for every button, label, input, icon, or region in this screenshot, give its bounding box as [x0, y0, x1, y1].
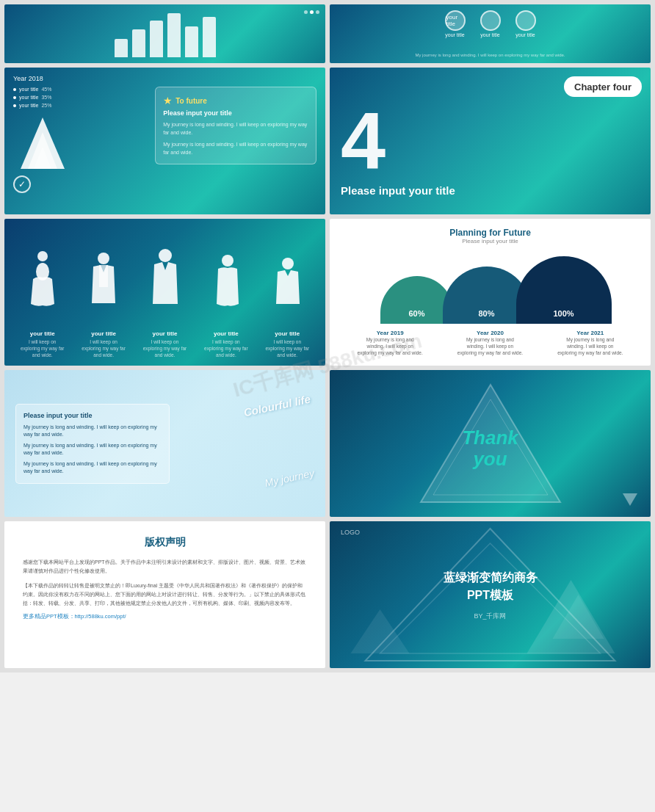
pyramid-pct-2: 35% [41, 95, 51, 100]
people-col-3: your title I will keep on exploring my w… [141, 330, 189, 358]
circle-1-title: your title [445, 32, 464, 37]
pyramid-label-3: your title [19, 103, 38, 108]
year-3: Year 2021 [557, 330, 623, 336]
year-1-desc: My journey is long and winding. I will k… [357, 336, 423, 356]
future-text-2: My journey is long and winding. I will k… [163, 141, 308, 156]
slide-planning: Planning for Future Please input your ti… [330, 219, 651, 366]
colourful-text-box: Please input your title My journey is lo… [15, 404, 170, 484]
slide-bar-chart [4, 4, 325, 63]
person-4 [214, 254, 241, 307]
svg-point-7 [222, 255, 234, 267]
year-col-2: Year 2020 My journey is long and winding… [457, 330, 523, 356]
slide-grid: your title your title your title your ti… [0, 0, 655, 673]
person-2 [90, 252, 117, 307]
nav-dot [316, 10, 319, 14]
people-desc-1: I will keep on exploring my way far and … [18, 338, 66, 358]
people-col-4: your title I will keep on exploring my w… [202, 330, 250, 358]
pyramid-label-1: your title [19, 87, 38, 92]
slide-pyramid: Year 2018 your title 45% your title 35% [4, 68, 325, 214]
copyright-para-2: 【本下载作品的转转让转售是被明文禁止的！即Luxury-final 主题受《中华… [23, 581, 307, 608]
people-title-5: your title [264, 330, 311, 337]
people-row [12, 226, 318, 307]
slide-three-circles: your title your title your title your ti… [330, 4, 651, 63]
person-3-svg [151, 248, 179, 307]
people-title-3: your title [141, 330, 189, 337]
circle-2 [480, 10, 501, 31]
svg-point-6 [159, 249, 172, 262]
people-title-1: your title [18, 330, 66, 337]
people-desc-4: I will keep on exploring my way far and … [202, 338, 250, 358]
circle-1-label: your title [446, 14, 464, 27]
colourful-label-1: Colourful life [242, 393, 311, 419]
semicircle-3: 100% [516, 256, 612, 324]
people-desc-3: I will keep on exploring my way far and … [141, 338, 189, 358]
nav-dot-active [310, 10, 314, 14]
semicircles-container: 60% 80% 100% [373, 250, 608, 324]
cover-by: BY_千库网 [474, 612, 506, 621]
people-title-4: your title [202, 330, 250, 337]
diagonal-labels: Colourful life My journey [177, 381, 315, 506]
people-desc-5: I will keep on exploring my way far and … [264, 338, 311, 358]
slide2-desc: My journey is long and winding. I will k… [336, 53, 645, 57]
person-2-svg [90, 252, 117, 307]
planning-title: Planning for Future [340, 228, 640, 238]
thank-you-text: Thank you [462, 427, 518, 471]
circle-3 [515, 10, 536, 31]
year-1: Year 2019 [357, 330, 423, 336]
svg-marker-15 [351, 609, 410, 653]
pyramid-pct-1: 45% [41, 87, 51, 92]
colourful-label-2: My journey [264, 467, 315, 489]
year-col-1: Year 2019 My journey is long and winding… [357, 330, 423, 356]
thank-text: Thank [462, 427, 518, 449]
semi-pct-3: 100% [553, 309, 573, 318]
nav-dot [304, 10, 308, 14]
slide-colourful: Please input your title My journey is lo… [4, 370, 325, 517]
person-4-svg [214, 254, 241, 307]
year-3-desc: My journey is long and winding. I will k… [557, 336, 623, 356]
svg-point-4 [98, 253, 109, 264]
pyramid-svg [13, 114, 72, 173]
colourful-text-3: My journey is long and winding. I will k… [23, 460, 162, 476]
slide-people: your title I will keep on exploring my w… [4, 219, 325, 366]
bar-3 [150, 21, 163, 57]
colourful-box-title: Please input your title [23, 412, 162, 419]
year-col-3: Year 2021 My journey is long and winding… [557, 330, 623, 356]
future-header: ★ To future [163, 95, 308, 106]
chapter-badge-text: Chapter four [574, 81, 632, 93]
bar-chart [115, 10, 216, 57]
people-desc-2: I will keep on exploring my way far and … [80, 338, 128, 358]
you-text: you [462, 448, 518, 471]
circle-2-title: your title [480, 32, 499, 37]
copyright-para-1: 感谢您下载本网站平台上发现的PPT作品。关于作品中未注明引来设计的素材和文字、排… [23, 558, 307, 576]
small-triangle-deco [623, 493, 637, 506]
future-subtitle: Please input your title [163, 109, 308, 117]
pyramid-pct-3: 25% [41, 103, 51, 108]
pyramid-row-2: your title 35% [13, 95, 148, 100]
colourful-text-2: My journey is long and winding. I will k… [23, 442, 162, 457]
year-label: Year 2018 [13, 75, 316, 82]
copyright-link: 更多精品PPT模板：http://588ku.com/ppt/ [23, 613, 307, 620]
svg-point-8 [282, 258, 294, 269]
slide-cover: LOGO 蓝绿渐变简约商务 PPT模板 BY_千库网 [330, 521, 651, 668]
info-box: ★ To future Please input your title My j… [155, 87, 316, 164]
cover-title-line2: PPT模板 [444, 587, 538, 604]
person-3 [151, 248, 179, 307]
copyright-content: 版权声明 感谢您下载本网站平台上发现的PPT作品。关于作品中未注明引来设计的素材… [4, 521, 325, 668]
year-2-desc: My journey is long and winding. I will k… [457, 336, 523, 356]
circle-item-2: your title [480, 10, 501, 37]
future-text-1: My journey is long and winding. I will k… [163, 121, 308, 137]
bar-5 [185, 26, 198, 57]
bar-2 [132, 29, 145, 57]
bar-1 [115, 39, 128, 57]
person-5-svg [275, 257, 300, 307]
circle-item-3: your title [515, 10, 536, 37]
circle-1: your title [445, 10, 466, 31]
cover-title-line1: 蓝绿渐变简约商务 [444, 569, 538, 587]
pyramid-row-3: your title 25% [13, 103, 148, 108]
circle-3-title: your title [515, 32, 535, 37]
bar-4 [167, 13, 181, 57]
person-1 [29, 251, 56, 307]
future-title: To future [175, 97, 207, 105]
chapter-subtitle: Please input your title [341, 184, 640, 197]
check-circle: ✓ [13, 175, 31, 193]
